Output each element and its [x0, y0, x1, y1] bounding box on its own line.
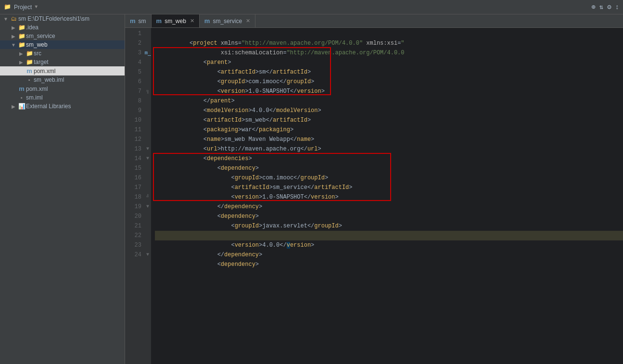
ext-libs-icon: 📊	[17, 103, 26, 110]
code-line-10[interactable]: <packaging>war</packaging>	[155, 115, 623, 125]
code-line-19[interactable]: <dependency>	[155, 202, 623, 212]
code-line-4[interactable]: <artifactId>sm</artifactId>	[155, 58, 623, 67]
line-numbers: 12345 678910 1112131415 1617181920 21222…	[125, 28, 144, 364]
root-label: sm E:\DTLFolder\ceshi1\sm	[18, 15, 125, 22]
sm-web-iml-label: sm_web.iml	[34, 76, 125, 83]
title-bar-title: Project	[14, 4, 32, 11]
code-line-1[interactable]: <project xmlns="http://maven.apache.org/…	[155, 29, 623, 38]
sm-web-folder-icon: 📁	[17, 41, 26, 48]
sidebar-item-sm-iml[interactable]: ▪ sm.iml	[0, 93, 125, 102]
idea-label: .idea	[26, 24, 125, 31]
code-content: 12345 678910 1112131415 1617181920 21222…	[125, 28, 623, 364]
code-line-17[interactable]: <version>1.0-SNAPSHOT</version>	[155, 183, 623, 192]
idea-folder-icon: 📁	[17, 24, 26, 31]
sm-web-label: sm_web	[26, 41, 125, 48]
code-line-8[interactable]: <modelVersion>4.0.0</modelVersion>	[155, 96, 623, 106]
code-line-7[interactable]: </parent>	[155, 87, 623, 96]
root-arrow: ▼	[2, 16, 10, 22]
tab-sm-web-close[interactable]: ✕	[190, 18, 194, 24]
editor-area: m sm m sm_web ✕ m sm_service ✕ 12345 678…	[125, 14, 623, 364]
settings-icon[interactable]: ⚙	[607, 3, 611, 11]
code-line-21[interactable]: <artifactId>javax.servlet-api</artifactI…	[155, 221, 623, 231]
code-line-6[interactable]: <version>1.0-SNAPSHOT</version>	[155, 77, 623, 87]
code-line-9[interactable]: <artifactId>sm_web</artifactId>	[155, 106, 623, 115]
expand-icon[interactable]: ↕	[615, 3, 619, 11]
tab-sm-service-icon: m	[204, 17, 210, 25]
code-line-16[interactable]: <artifactId>sm_service</artifactId>	[155, 173, 623, 183]
target-label: target	[34, 59, 125, 65]
code-line-13[interactable]: <dependencies>	[155, 144, 623, 154]
code-line-22[interactable]: <version>4.0.0</version>	[155, 231, 623, 240]
project-icon: 📁	[4, 3, 11, 11]
sidebar-item-pom-xml[interactable]: m pom.xml	[0, 66, 125, 75]
sidebar-item-sm-web-iml[interactable]: ▪ sm_web.iml	[0, 75, 125, 84]
fold-gutter: m̲ ╗ ▼ ▼ ╝ ▼ ▼	[144, 28, 151, 364]
tree-root[interactable]: ▼ 🗂 sm E:\DTLFolder\ceshi1\sm	[0, 14, 125, 23]
sm-service-arrow: ▶	[10, 34, 17, 39]
tab-bar: m sm m sm_web ✕ m sm_service ✕	[125, 14, 623, 28]
tab-sm-icon: m	[130, 17, 136, 25]
sidebar-item-src[interactable]: ▶ 📁 src	[0, 49, 125, 58]
tab-sm-web-label: sm_web	[165, 18, 186, 25]
sm-web-arrow: ▼	[10, 42, 17, 48]
sidebar-item-external-libs[interactable]: ▶ 📊 External Libraries	[0, 102, 125, 111]
code-line-3[interactable]: <parent>	[155, 48, 623, 58]
code-line-20[interactable]: <groupId>javax.servlet</groupId>	[155, 212, 623, 221]
sm-iml-label: sm.iml	[26, 94, 125, 101]
idea-arrow: ▶	[10, 25, 17, 30]
sm-service-label: sm_service	[26, 33, 125, 39]
pom-maven-icon: m	[25, 67, 34, 75]
src-arrow: ▶	[17, 51, 25, 56]
sm-web-iml-icon: ▪	[25, 77, 34, 83]
tab-sm-service[interactable]: m sm_service ✕	[200, 14, 255, 27]
root-folder-icon: 🗂	[10, 15, 18, 22]
sidebar: ▼ 🗂 sm E:\DTLFolder\ceshi1\sm ▶ 📁 .idea …	[0, 14, 125, 364]
src-folder-icon: 📁	[25, 50, 34, 57]
pom-xml-label: pom.xml	[34, 68, 125, 75]
title-bar-icons: ⊕ ⇅ ⚙ ↕	[591, 3, 619, 11]
src-label: src	[34, 50, 125, 57]
code-line-24[interactable]: <dependency>	[155, 250, 623, 260]
code-line-5[interactable]: <groupId>com.imooc</groupId>	[155, 67, 623, 77]
sidebar-item-sm-web[interactable]: ▼ 📁 sm_web	[0, 40, 125, 49]
ext-libs-arrow: ▶	[10, 104, 17, 109]
code-line-2[interactable]: xsi:schemaLocation="http://maven.apache.…	[155, 38, 623, 48]
tab-sm-web-icon: m	[156, 17, 162, 25]
code-line-18[interactable]: </dependency>	[155, 192, 623, 202]
title-dropdown-arrow[interactable]: ▼	[35, 4, 38, 10]
pom-root-maven-icon: m	[17, 85, 26, 92]
sm-iml-icon: ▪	[17, 95, 26, 100]
tab-sm-web[interactable]: m sm_web ✕	[152, 14, 200, 27]
code-line-23[interactable]: </dependency>	[155, 240, 623, 250]
code-line-11[interactable]: <name>sm_web Maven Webapp</name>	[155, 125, 623, 135]
sidebar-item-idea[interactable]: ▶ 📁 .idea	[0, 23, 125, 32]
main-layout: ▼ 🗂 sm E:\DTLFolder\ceshi1\sm ▶ 📁 .idea …	[0, 14, 623, 364]
ext-libs-label: External Libraries	[26, 103, 125, 110]
sm-service-folder-icon: 📁	[17, 33, 26, 39]
sidebar-item-sm-service[interactable]: ▶ 📁 sm_service	[0, 32, 125, 40]
gear-icon[interactable]: ⊕	[591, 3, 595, 11]
title-bar: 📁 Project ▼ ⊕ ⇅ ⚙ ↕	[0, 0, 623, 14]
code-lines[interactable]: <project xmlns="http://maven.apache.org/…	[151, 28, 623, 364]
sidebar-item-pom-xml-root[interactable]: m pom.xml	[0, 84, 125, 93]
tab-sm-service-label: sm_service	[213, 18, 242, 25]
sort-icon[interactable]: ⇅	[599, 3, 603, 11]
code-line-15[interactable]: <groupId>com.imooc</groupId>	[155, 163, 623, 173]
title-bar-left: 📁 Project ▼	[4, 3, 100, 11]
code-line-14[interactable]: <dependency>	[155, 154, 623, 163]
tab-sm-label: sm	[139, 18, 146, 25]
pom-xml-root-label: pom.xml	[26, 86, 125, 92]
tab-sm[interactable]: m sm	[125, 14, 152, 27]
target-folder-icon: 📁	[25, 59, 34, 65]
sidebar-item-target[interactable]: ▶ 📁 target	[0, 58, 125, 66]
target-arrow: ▶	[17, 60, 25, 65]
code-line-12[interactable]: <url>http://maven.apache.org</url>	[155, 135, 623, 144]
tab-sm-service-close[interactable]: ✕	[246, 18, 250, 24]
